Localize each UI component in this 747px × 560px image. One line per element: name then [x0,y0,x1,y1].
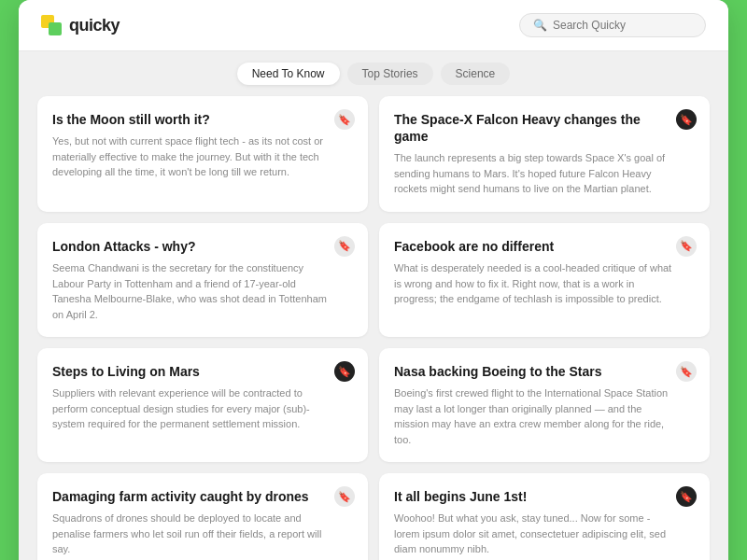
card-title-5: Nasa backing Boeing to the Stars [394,363,695,380]
tab-need-to-know[interactable]: Need To Know [237,63,340,85]
card-bookmark-icon-3[interactable]: 🔖 [676,236,697,257]
card-title-6: Damaging farm activity caught by drones [52,488,353,505]
logo-text: quicky [69,16,120,35]
card-1[interactable]: The Space-X Falcon Heavy changes the gam… [379,96,710,212]
search-bar[interactable]: 🔍 [519,13,706,37]
tab-science[interactable]: Science [441,63,511,85]
card-3[interactable]: Facebook are no differentWhat is despera… [379,223,710,337]
card-body-1: The launch represents a big step towards… [394,150,695,197]
card-title-4: Steps to Living on Mars [52,363,353,380]
card-5[interactable]: Nasa backing Boeing to the StarsBoeing's… [379,348,710,462]
logo-green-square [49,22,62,35]
card-grid: Is the Moon still worth it?Yes, but not … [19,96,728,560]
card-title-1: The Space-X Falcon Heavy changes the gam… [394,111,695,145]
card-body-3: What is desperately needed is a cool-hea… [394,260,695,307]
search-icon: 🔍 [533,19,547,32]
card-body-4: Suppliers with relevant experience will … [52,385,353,432]
card-title-0: Is the Moon still worth it? [52,111,353,128]
logo: quicky [41,15,120,35]
card-bookmark-icon-0[interactable]: 🔖 [334,109,355,130]
card-body-7: Woohoo! But what you ask, stay tuned... … [394,511,695,557]
card-body-5: Boeing's first crewed flight to the Inte… [394,385,695,447]
card-title-2: London Attacks - why? [52,238,353,255]
card-6[interactable]: Damaging farm activity caught by dronesS… [37,473,368,560]
card-0[interactable]: Is the Moon still worth it?Yes, but not … [37,96,368,212]
card-body-0: Yes, but not with current space flight t… [52,133,353,180]
search-input[interactable] [553,19,692,32]
card-body-2: Seema Chandwani is the secretary for the… [52,260,353,322]
tab-top-stories[interactable]: Top Stories [347,63,433,85]
card-4[interactable]: Steps to Living on MarsSuppliers with re… [37,348,368,462]
card-bookmark-icon-4[interactable]: 🔖 [334,361,355,382]
card-bookmark-icon-5[interactable]: 🔖 [676,361,697,382]
card-title-7: It all begins June 1st! [394,488,695,505]
card-bookmark-icon-2[interactable]: 🔖 [334,236,355,257]
header: quicky 🔍 [19,0,728,51]
app-window: quicky 🔍 Need To Know Top Stories Scienc… [19,0,728,560]
card-7[interactable]: It all begins June 1st!Woohoo! But what … [379,473,710,560]
tabs-bar: Need To Know Top Stories Science [19,51,728,96]
card-bookmark-icon-1[interactable]: 🔖 [676,109,697,130]
card-body-6: Squadrons of drones should be deployed t… [52,511,353,557]
logo-icon [41,15,62,35]
card-title-3: Facebook are no different [394,238,695,255]
card-2[interactable]: London Attacks - why?Seema Chandwani is … [37,223,368,337]
